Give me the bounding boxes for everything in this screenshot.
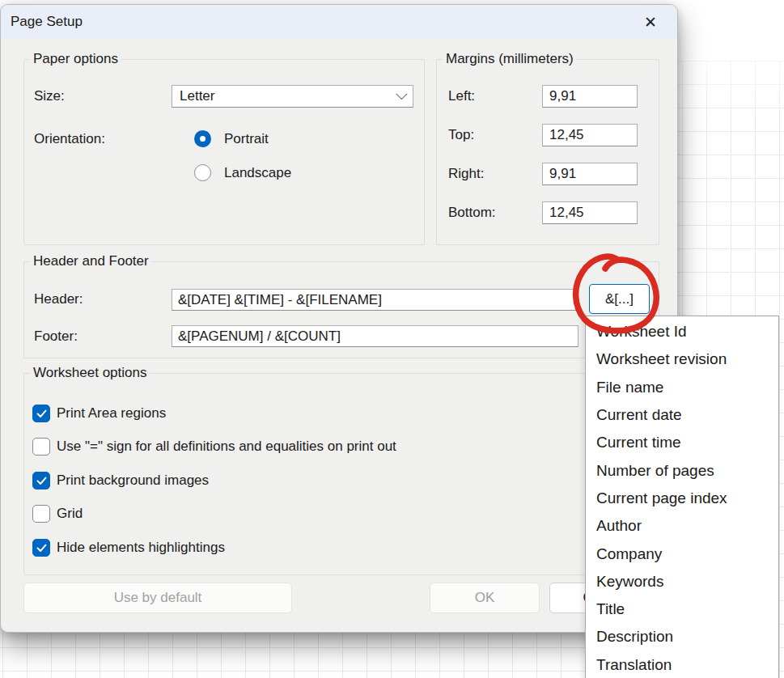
menu-item-file-name[interactable]: File name — [586, 374, 778, 401]
menu-item-worksheet-revision[interactable]: Worksheet revision — [586, 345, 778, 373]
option-hide-elements-highlightings[interactable]: Hide elements highlightings — [32, 539, 225, 557]
page-setup-dialog: Page Setup ✕ Paper options Size: Letter … — [0, 4, 678, 633]
checkbox-label[interactable]: Use "=" sign for all definitions and equ… — [57, 439, 396, 455]
portrait-label[interactable]: Portrait — [224, 131, 269, 147]
margin-left-input[interactable] — [542, 85, 638, 108]
option-equals-sign[interactable]: Use "=" sign for all definitions and equ… — [32, 438, 396, 456]
checkbox[interactable] — [32, 405, 50, 422]
margin-right-label: Right: — [448, 166, 484, 182]
menu-item-current-date[interactable]: Current date — [586, 401, 778, 429]
use-by-default-button[interactable]: Use by default — [23, 583, 292, 613]
option-print-area-regions[interactable]: Print Area regions — [32, 405, 166, 422]
menu-item-current-page-index[interactable]: Current page index — [586, 485, 778, 512]
worksheet-options-group: Worksheet options Print Area regions Use… — [23, 373, 659, 575]
checkbox[interactable] — [32, 505, 50, 523]
landscape-label[interactable]: Landscape — [224, 165, 291, 181]
margin-bottom-input[interactable] — [542, 201, 638, 224]
checkmark-icon — [36, 409, 47, 418]
paper-size-select[interactable]: Letter — [172, 85, 413, 108]
worksheet-options-legend: Worksheet options — [30, 365, 150, 381]
header-footer-group: Header and Footer Header: &[...] Footer: — [23, 261, 659, 358]
option-print-background-images[interactable]: Print background images — [32, 472, 209, 489]
header-footer-legend: Header and Footer — [30, 253, 152, 269]
dialog-title: Page Setup — [11, 14, 83, 30]
menu-item-worksheet-id[interactable]: Worksheet Id — [586, 318, 778, 345]
checkbox-label[interactable]: Print background images — [57, 472, 209, 489]
checkmark-icon — [36, 544, 47, 553]
margin-top-label: Top: — [448, 127, 474, 143]
size-label: Size: — [34, 88, 65, 104]
paper-size-value: Letter — [180, 88, 214, 104]
margin-right-input[interactable] — [542, 163, 638, 185]
menu-item-translation[interactable]: Translation — [586, 651, 778, 678]
close-icon[interactable]: ✕ — [637, 9, 664, 35]
orientation-label: Orientation: — [34, 131, 105, 147]
paper-options-group: Paper options Size: Letter Orientation: … — [23, 59, 425, 245]
menu-item-number-of-pages[interactable]: Number of pages — [586, 456, 778, 484]
paper-options-legend: Paper options — [30, 51, 121, 67]
titlebar: Page Setup — [1, 5, 677, 39]
menu-item-description[interactable]: Description — [586, 623, 778, 650]
ok-button[interactable]: OK — [430, 583, 540, 613]
checkbox-label[interactable]: Hide elements highlightings — [57, 540, 225, 556]
checkbox[interactable] — [32, 472, 50, 489]
margin-bottom-label: Bottom: — [448, 205, 496, 221]
footer-input[interactable] — [172, 325, 578, 347]
checkbox[interactable] — [32, 539, 50, 557]
insert-field-button[interactable]: &[...] — [589, 284, 650, 314]
menu-item-company[interactable]: Company — [586, 540, 778, 567]
insert-field-menu: Worksheet Id Worksheet revision File nam… — [585, 316, 779, 678]
radio-portrait[interactable] — [194, 130, 211, 147]
margins-legend: Margins (millimeters) — [443, 51, 577, 67]
option-grid[interactable]: Grid — [32, 505, 83, 523]
margin-left-label: Left: — [448, 88, 475, 104]
menu-item-author[interactable]: Author — [586, 512, 778, 540]
checkbox-label[interactable]: Grid — [57, 506, 83, 522]
radio-landscape[interactable] — [194, 164, 211, 181]
menu-item-keywords[interactable]: Keywords — [586, 568, 778, 595]
footer-label: Footer: — [34, 328, 78, 345]
menu-item-title[interactable]: Title — [586, 595, 778, 623]
checkbox[interactable] — [32, 438, 50, 456]
chevron-down-icon — [396, 92, 405, 101]
margins-group: Margins (millimeters) Left: Top: Right: … — [436, 59, 659, 245]
checkmark-icon — [36, 477, 47, 485]
menu-item-current-time[interactable]: Current time — [586, 429, 778, 456]
header-label: Header: — [34, 291, 83, 307]
orientation-landscape[interactable]: Landscape — [194, 164, 291, 181]
header-input[interactable] — [172, 289, 578, 311]
orientation-portrait[interactable]: Portrait — [194, 130, 269, 147]
checkbox-label[interactable]: Print Area regions — [57, 405, 166, 422]
margin-top-input[interactable] — [542, 124, 638, 146]
